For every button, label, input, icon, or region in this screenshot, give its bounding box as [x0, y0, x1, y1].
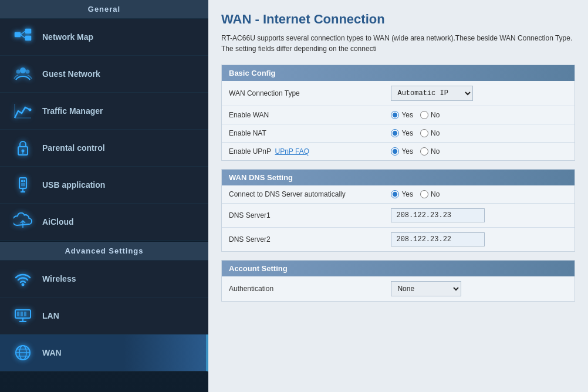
enable-wan-no-label[interactable]: No [420, 111, 440, 119]
enable-upnp-yes-label[interactable]: Yes [391, 147, 413, 156]
table-row: Connect to DNS Server automatically Yes … [222, 185, 575, 204]
connect-dns-auto-yes-radio[interactable] [391, 190, 399, 198]
enable-upnp-radio-group: Yes No [391, 147, 567, 156]
page-title: WAN - Internet Connection [221, 12, 575, 27]
enable-upnp-no-radio[interactable] [420, 147, 428, 156]
enable-wan-no-radio[interactable] [420, 111, 428, 119]
enable-nat-yes-label[interactable]: Yes [391, 129, 413, 137]
enable-upnp-yes-radio[interactable] [391, 147, 399, 156]
dns-server2-label: DNS Server2 [222, 228, 384, 252]
svg-rect-25 [24, 312, 26, 316]
advanced-settings-section-header: Advanced Settings [0, 241, 208, 261]
connect-dns-auto-yes-label[interactable]: Yes [391, 190, 413, 198]
account-setting-header: Account Setting [222, 261, 575, 276]
enable-nat-no-radio[interactable] [420, 129, 428, 137]
table-row: DNS Server2 [222, 228, 575, 252]
enable-upnp-no-label[interactable]: No [420, 147, 440, 156]
sidebar-item-wireless[interactable]: Wireless [0, 261, 208, 298]
svg-rect-15 [21, 180, 23, 182]
traffic-manager-icon [12, 100, 34, 122]
basic-config-section: Basic Config WAN Connection Type Automat… [221, 65, 575, 161]
connect-dns-auto-label: Connect to DNS Server automatically [222, 185, 384, 204]
table-row: Authentication None PAP CHAP MS-CHAP MS-… [222, 276, 575, 301]
svg-point-6 [16, 70, 21, 74]
enable-wan-yes-radio[interactable] [391, 111, 399, 119]
sidebar-item-usb-application[interactable]: USB application [0, 167, 208, 204]
svg-point-8 [29, 109, 32, 111]
dns-server1-label: DNS Server1 [222, 204, 384, 228]
sidebar-label-aicloud: AiCloud [42, 217, 74, 227]
table-row: WAN Connection Type Automatic IP PPPoE P… [222, 81, 575, 106]
svg-rect-17 [21, 183, 25, 186]
svg-line-3 [21, 31, 25, 35]
enable-wan-label: Enable WAN [222, 106, 384, 124]
sidebar-label-parental-control: Parental control [42, 143, 105, 153]
guest-network-icon [12, 63, 34, 85]
connect-dns-auto-no-label[interactable]: No [420, 190, 440, 198]
wireless-icon [12, 268, 34, 290]
sidebar-item-parental-control[interactable]: Parental control [0, 130, 208, 167]
basic-config-table: WAN Connection Type Automatic IP PPPoE P… [222, 81, 575, 160]
wan-dns-table: Connect to DNS Server automatically Yes … [222, 185, 575, 251]
svg-rect-0 [15, 32, 21, 37]
sidebar-item-aicloud[interactable]: AiCloud [0, 204, 208, 241]
enable-wan-yes-label[interactable]: Yes [391, 111, 413, 119]
svg-line-4 [21, 35, 25, 38]
wan-icon [12, 342, 34, 364]
svg-rect-16 [23, 180, 25, 182]
svg-point-7 [26, 70, 30, 74]
parental-control-icon [12, 137, 34, 159]
svg-rect-1 [25, 29, 31, 33]
lan-icon [12, 305, 34, 327]
general-section-header: General [0, 0, 208, 19]
sidebar-label-wan: WAN [42, 348, 62, 357]
svg-point-21 [22, 283, 25, 286]
basic-config-header: Basic Config [222, 65, 575, 81]
sidebar-item-guest-network[interactable]: Guest Network [0, 56, 208, 93]
enable-nat-radio-group: Yes No [391, 129, 567, 137]
usb-application-icon [12, 174, 34, 196]
sidebar-item-wan[interactable]: WAN [0, 334, 208, 371]
sidebar-label-usb-application: USB application [42, 180, 105, 190]
enable-nat-label: Enable NAT [222, 124, 384, 143]
enable-wan-radio-group: Yes No [391, 111, 567, 119]
svg-rect-24 [21, 312, 23, 316]
authentication-label: Authentication [222, 276, 384, 301]
table-row: Enable NAT Yes No [222, 124, 575, 143]
sidebar-label-network-map: Network Map [42, 32, 93, 42]
sidebar-label-guest-network: Guest Network [42, 69, 100, 79]
sidebar-label-traffic-manager: Traffic Manager [42, 106, 103, 116]
svg-point-5 [20, 67, 26, 73]
page-description: RT-AC66U supports several connection typ… [221, 33, 575, 54]
enable-nat-no-label[interactable]: No [420, 129, 440, 137]
table-row: DNS Server1 [222, 204, 575, 228]
sidebar-item-network-map[interactable]: Network Map [0, 19, 208, 56]
account-setting-section: Account Setting Authentication None PAP … [221, 260, 575, 302]
wan-connection-type-label: WAN Connection Type [222, 81, 384, 106]
sidebar: General Network Map Guest Ne [0, 0, 208, 392]
dns-server2-input[interactable] [391, 232, 485, 246]
table-row: Enable UPnP UPnP FAQ Yes No [222, 143, 575, 161]
connect-dns-auto-radio-group: Yes No [391, 190, 567, 198]
wan-dns-header: WAN DNS Setting [222, 170, 575, 185]
main-content: WAN - Internet Connection RT-AC66U suppo… [208, 0, 588, 392]
table-row: Enable WAN Yes No [222, 106, 575, 124]
connect-dns-auto-no-radio[interactable] [420, 190, 428, 198]
wan-connection-type-select[interactable]: Automatic IP PPPoE PPTP L2TP Static IP [391, 86, 473, 101]
sidebar-item-lan[interactable]: LAN [0, 298, 208, 334]
sidebar-label-lan: LAN [42, 311, 59, 320]
upnp-faq-link[interactable]: UPnP FAQ [275, 147, 309, 156]
enable-upnp-label: Enable UPnP UPnP FAQ [222, 143, 384, 161]
aicloud-icon [12, 211, 34, 233]
authentication-select[interactable]: None PAP CHAP MS-CHAP MS-CHAPv2 [391, 281, 461, 296]
sidebar-label-wireless: Wireless [42, 274, 76, 283]
svg-rect-23 [17, 312, 19, 316]
account-setting-table: Authentication None PAP CHAP MS-CHAP MS-… [222, 276, 575, 301]
svg-point-12 [22, 150, 25, 153]
enable-nat-yes-radio[interactable] [391, 129, 399, 137]
svg-rect-2 [25, 36, 31, 40]
dns-server1-input[interactable] [391, 208, 485, 222]
network-map-icon [12, 26, 34, 48]
wan-dns-section: WAN DNS Setting Connect to DNS Server au… [221, 169, 575, 252]
sidebar-item-traffic-manager[interactable]: Traffic Manager [0, 93, 208, 130]
